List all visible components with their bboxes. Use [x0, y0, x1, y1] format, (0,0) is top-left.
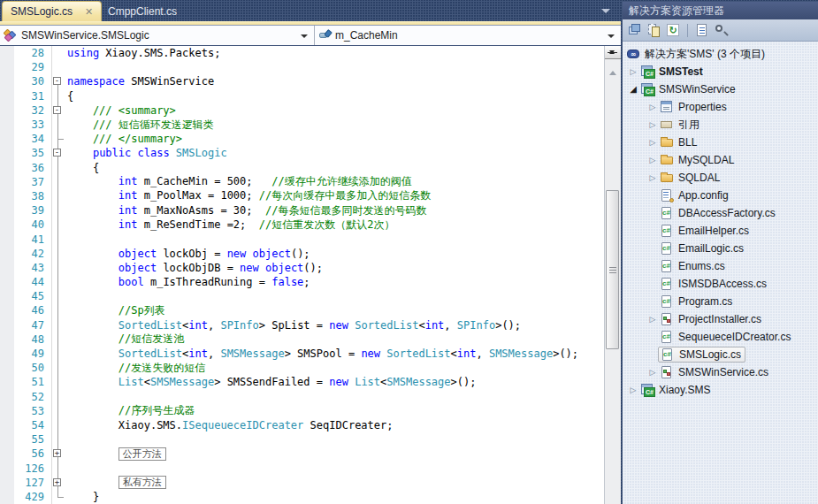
code-line[interactable]: 45 [0, 289, 604, 303]
code-line[interactable]: 39 int m_MaxNoAsms = 30; //每条短信最多同时发送的号码… [0, 203, 604, 218]
tree-expand-arrow-icon[interactable]: ▷ [626, 63, 640, 80]
code-line[interactable]: 30-namespace SMSWinService [0, 74, 604, 88]
code-line[interactable]: 28using Xiaoy.SMS.Packets; [0, 46, 604, 60]
code-line[interactable]: 46 //Sp列表 [0, 303, 604, 317]
fold-toggle-icon[interactable]: - [53, 149, 61, 157]
tree-item-program-cs[interactable]: c#Program.cs [623, 293, 818, 310]
tree-item-dbaccessfactory-cs[interactable]: c#DBAccessFactory.cs [623, 204, 818, 222]
code-line[interactable]: 51 List<SMSMessage> SMSSendFailed = new … [0, 375, 604, 389]
show-all-files-icon[interactable] [646, 23, 661, 38]
outlining-margin[interactable]: + [51, 447, 65, 461]
code-line[interactable]: 429 } [0, 490, 604, 504]
tree-expand-arrow-icon[interactable]: ▷ [626, 381, 640, 399]
code-line[interactable]: 53 //序列号生成器 [0, 404, 604, 418]
tree-item-ismsdbaccess-cs[interactable]: c#ISMSDBAccess.cs [623, 275, 818, 293]
tree-item-sequeueceidcreator-cs[interactable]: c#SequeueceIDCreator.cs [623, 328, 818, 346]
outlining-margin[interactable] [51, 46, 65, 60]
outlining-margin[interactable] [51, 347, 65, 361]
outlining-margin[interactable] [51, 261, 65, 275]
tree-item-smswinservice-cs[interactable]: ▷SMSWinService.cs [623, 363, 818, 381]
tree-expand-arrow-icon[interactable]: ▷ [646, 169, 660, 187]
outlining-margin[interactable] [51, 118, 65, 132]
indicator-margin[interactable] [0, 418, 14, 432]
code-line[interactable]: 29 [0, 60, 604, 74]
outlining-margin[interactable] [51, 161, 65, 175]
code-line[interactable]: 44 bool m_IsThreadRuning = false; [0, 275, 604, 289]
code-line[interactable]: 31{ [0, 89, 604, 103]
tree-expand-arrow-icon[interactable]: ▷ [646, 116, 660, 134]
tree-expand-arrow-icon[interactable]: ▷ [646, 310, 660, 328]
fold-toggle-icon[interactable]: + [53, 449, 61, 457]
indicator-margin[interactable] [0, 74, 14, 88]
outlining-margin[interactable] [51, 89, 65, 103]
outlining-margin[interactable] [51, 275, 65, 289]
code-line[interactable]: 52 [0, 390, 604, 404]
indicator-margin[interactable] [0, 318, 14, 332]
indicator-margin[interactable] [0, 103, 14, 118]
indicator-margin[interactable] [0, 146, 14, 160]
code-line[interactable]: 54 Xiaoy.SMS.ISequeueceIDCreater SeqIDCr… [0, 418, 604, 432]
indicator-margin[interactable] [0, 461, 14, 475]
tree-item-解决方案-sms-3-个项目[interactable]: ∞解决方案'SMS' (3 个项目) [623, 45, 818, 63]
code-line[interactable]: 126 [0, 461, 604, 475]
indicator-margin[interactable] [0, 432, 14, 447]
code-line[interactable]: 38 int m_PoolMax = 1000; //每次向缓存中最多加入的短信… [0, 189, 604, 203]
refresh-icon[interactable]: ↻ [666, 23, 681, 38]
tree-item-mysqldal[interactable]: ▷MySQLDAL [623, 151, 818, 169]
tree-item-emaillogic-cs[interactable]: c#EmailLogic.cs [623, 240, 818, 257]
indicator-margin[interactable] [0, 232, 14, 246]
collapsed-region[interactable]: 公开方法 [118, 447, 166, 461]
tree-item-sqldal[interactable]: ▷SQLDAL [623, 169, 818, 187]
outlining-margin[interactable] [51, 232, 65, 246]
code-line[interactable]: 33 /// 短信循环发送逻辑类 [0, 118, 604, 132]
tree-item-bll[interactable]: ▷BLL [623, 134, 818, 151]
indicator-margin[interactable] [0, 132, 14, 146]
outlining-margin[interactable] [51, 332, 65, 347]
fold-toggle-icon[interactable]: - [53, 77, 61, 85]
indicator-margin[interactable] [0, 303, 14, 317]
tree-expand-arrow-icon[interactable]: ▷ [646, 134, 660, 151]
editor-vertical-scrollbar[interactable] [604, 46, 621, 504]
indicator-margin[interactable] [0, 404, 14, 418]
tree-expand-arrow-icon[interactable]: ▷ [646, 363, 660, 381]
outlining-margin[interactable] [51, 361, 65, 375]
tree-item-smstest[interactable]: ▷C#SMSTest [623, 63, 818, 80]
outlining-margin[interactable] [51, 404, 65, 418]
tree-item-smslogic-cs[interactable]: c#SMSLogic.cs [623, 346, 818, 363]
outlining-margin[interactable] [51, 418, 65, 432]
indicator-margin[interactable] [0, 175, 14, 189]
indicator-margin[interactable] [0, 60, 14, 74]
indicator-margin[interactable] [0, 261, 14, 275]
outlining-margin[interactable] [51, 318, 65, 332]
outlining-margin[interactable] [51, 247, 65, 261]
code-line[interactable]: 127+ 私有方法 [0, 476, 604, 490]
outlining-margin[interactable] [51, 289, 65, 303]
tab-list-dropdown-icon[interactable] [601, 9, 610, 18]
close-icon[interactable]: ✕ [85, 7, 93, 17]
code-line[interactable]: 35- public class SMSLogic [0, 146, 604, 160]
indicator-margin[interactable] [0, 361, 14, 375]
code-line[interactable]: 32- /// <summary> [0, 103, 604, 118]
type-dropdown[interactable]: SMSWinService.SMSLogic [0, 26, 315, 45]
indicator-margin[interactable] [0, 89, 14, 103]
tree-item-app-config[interactable]: App.config [623, 187, 818, 204]
indicator-margin[interactable] [0, 375, 14, 389]
code-line[interactable]: 37 int m_CacheMin = 500; //缓存中允许继续添加的阀值 [0, 175, 604, 189]
tree-item-properties[interactable]: ▷Properties [623, 98, 818, 116]
code-editor[interactable]: 28using Xiaoy.SMS.Packets;2930-namespace… [0, 46, 604, 504]
outlining-margin[interactable] [51, 218, 65, 232]
tree-item-projectinstaller-cs[interactable]: ▷ProjectInstaller.cs [623, 310, 818, 328]
outlining-margin[interactable]: - [51, 146, 65, 160]
outlining-margin[interactable]: - [51, 74, 65, 88]
editor-split-handle[interactable] [605, 46, 621, 59]
indicator-margin[interactable] [0, 347, 14, 361]
member-dropdown[interactable]: m_CacheMin [315, 26, 621, 45]
code-line[interactable]: 48 //短信发送池 [0, 332, 604, 347]
tree-expand-arrow-icon[interactable]: ▷ [646, 98, 660, 116]
outlining-margin[interactable]: + [51, 476, 65, 490]
fold-toggle-icon[interactable]: + [53, 478, 61, 486]
indicator-margin[interactable] [0, 46, 14, 60]
code-line[interactable]: 55 [0, 432, 604, 447]
indicator-margin[interactable] [0, 189, 14, 203]
indicator-margin[interactable] [0, 218, 14, 232]
